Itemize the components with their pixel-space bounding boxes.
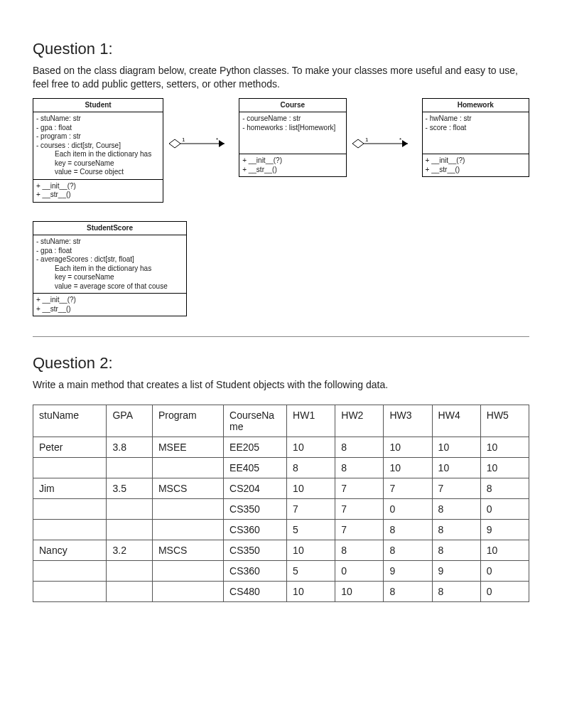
uml-ops: + __init__(?) + __str__(): [33, 180, 163, 202]
uml-row-1: Student - stuName: str - gpa : float - p…: [33, 98, 529, 203]
table-row: CS36050990: [33, 561, 529, 582]
divider: [33, 336, 529, 337]
table-cell: 3.8: [107, 437, 153, 458]
uml-title: Course: [239, 99, 345, 113]
table-cell: 0: [335, 561, 384, 582]
uml-attrs: - stuName: str - gpa : float - averageSc…: [33, 235, 186, 294]
table-cell: 3.5: [107, 478, 153, 499]
table-row: CS36057889: [33, 520, 529, 540]
table-cell: 8: [384, 540, 432, 561]
table-cell: [152, 561, 223, 582]
aggregation-diamond-icon: [352, 139, 364, 148]
table-cell: 8: [384, 520, 432, 540]
table-cell: 5: [287, 561, 335, 582]
table-cell: [33, 458, 107, 478]
uml-op: + __str__(): [36, 305, 71, 313]
uml-op: + __init__(?): [36, 296, 76, 304]
uml-op: + __init__(?): [242, 156, 282, 164]
uml-title: StudentScore: [33, 222, 186, 236]
uml-attr: - courseName : str: [242, 114, 301, 122]
table-cell: [107, 458, 153, 478]
uml-student: Student - stuName: str - gpa : float - p…: [33, 98, 163, 203]
multiplicity-many: *: [399, 136, 401, 143]
table-cell: 10: [480, 437, 529, 458]
table-cell: 0: [384, 499, 432, 520]
table-cell: 10: [287, 437, 335, 458]
table-cell: [107, 520, 153, 540]
table-cell: 10: [287, 478, 335, 499]
uml-attrs: - courseName : str - homeworks : list[Ho…: [239, 112, 345, 154]
table-cell: 7: [432, 478, 480, 499]
table-cell: 8: [335, 540, 384, 561]
uml-attrs: - hwName : str - score : float: [423, 112, 529, 154]
uml-attr: - gpa : float: [36, 124, 72, 132]
table-cell: 7: [335, 478, 384, 499]
table-cell: EE205: [224, 437, 287, 458]
table-cell: 10: [287, 582, 335, 602]
uml-attr: - hwName : str: [426, 114, 472, 122]
uml-attr: - homeworks : list[Homework]: [242, 124, 335, 132]
uml-attr-note: value = Course object: [36, 168, 160, 177]
uml-attr: - averageScores : dict[str, float]: [36, 255, 134, 263]
uml-attr-note: key = courseName: [36, 273, 183, 282]
uml-attr: - gpa : float: [36, 247, 72, 255]
uml-op: + __init__(?): [426, 156, 465, 164]
table-body: Peter3.8MSEEEE205108101010EE40588101010J…: [33, 437, 529, 602]
table-cell: 10: [384, 458, 432, 478]
col-hw3: HW3: [384, 405, 432, 437]
table-cell: MSEE: [152, 437, 223, 458]
table-cell: CS360: [224, 520, 287, 540]
connector-student-course: 1 *: [169, 135, 233, 152]
uml-attr: - courses : dict[str, Course]: [36, 141, 121, 149]
uml-title: Homework: [423, 99, 529, 113]
table-row: Peter3.8MSEEEE205108101010: [33, 437, 529, 458]
q1-text: Based on the class diagram below, create…: [33, 64, 529, 91]
table-cell: 0: [480, 561, 529, 582]
table-cell: [107, 499, 153, 520]
col-stuName: stuName: [33, 405, 107, 437]
table-cell: 9: [384, 561, 432, 582]
table-cell: [33, 499, 107, 520]
uml-studentscore: StudentScore - stuName: str - gpa : floa…: [33, 221, 187, 317]
table-cell: 8: [335, 458, 384, 478]
table-cell: [152, 582, 223, 602]
table-row: CS4801010880: [33, 582, 529, 602]
table-cell: CS480: [224, 582, 287, 602]
table-cell: 8: [432, 540, 480, 561]
table-cell: 7: [335, 520, 384, 540]
col-hw5: HW5: [480, 405, 529, 437]
col-hw2: HW2: [335, 405, 384, 437]
table-cell: [33, 561, 107, 582]
table-cell: 10: [432, 458, 480, 478]
col-hw1: HW1: [287, 405, 335, 437]
table-cell: [152, 499, 223, 520]
table-cell: 7: [335, 499, 384, 520]
arrowhead-icon: [219, 140, 225, 147]
uml-op: + __init__(?): [36, 182, 76, 190]
table-cell: Nancy: [33, 540, 107, 561]
student-data-table: stuName GPA Program CourseName HW1 HW2 H…: [33, 405, 529, 602]
table-cell: [107, 582, 153, 602]
uml-op: + __str__(): [242, 166, 277, 173]
table-cell: 3.2: [107, 540, 153, 561]
multiplicity-one: 1: [182, 136, 185, 143]
uml-attr: - score : float: [426, 124, 467, 132]
table-cell: 8: [287, 458, 335, 478]
table-cell: 10: [335, 582, 384, 602]
uml-course: Course - courseName : str - homeworks : …: [239, 98, 346, 178]
uml-ops: + __init__(?) + __str__(): [239, 154, 345, 176]
uml-attr-note: Each item in the dictionary has: [36, 150, 160, 159]
arrowhead-icon: [402, 140, 408, 147]
table-cell: 8: [432, 499, 480, 520]
table-cell: 0: [480, 582, 529, 602]
table-cell: [33, 582, 107, 602]
table-cell: 8: [432, 582, 480, 602]
uml-attr: - stuName: str: [36, 237, 81, 245]
table-cell: 10: [480, 458, 529, 478]
uml-attr-note: Each item in the dictionary has: [36, 264, 183, 274]
uml-ops: + __init__(?) + __str__(): [33, 294, 186, 316]
aggregation-diamond-icon: [169, 139, 180, 148]
uml-attr-note: value = average score of that couse: [36, 282, 183, 291]
table-cell: [152, 458, 223, 478]
q2-heading: Question 2:: [33, 354, 529, 373]
